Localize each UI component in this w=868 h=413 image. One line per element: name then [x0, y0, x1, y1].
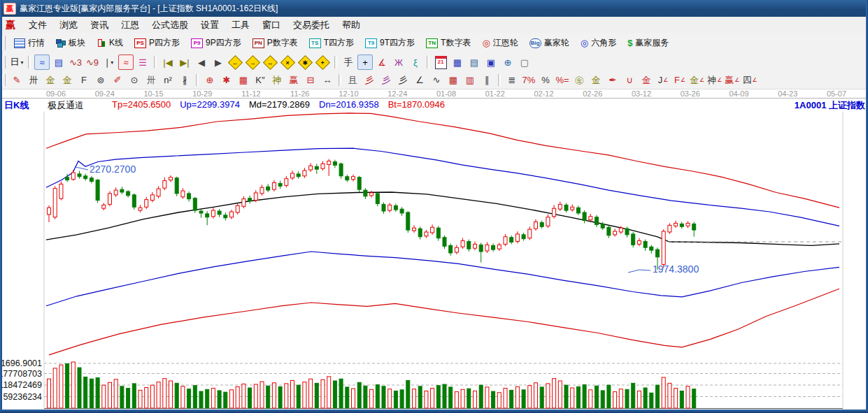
menu-item-9[interactable]: 帮助	[336, 18, 367, 31]
gann-k-marker[interactable]: K″	[252, 73, 268, 88]
tool-step-back[interactable]: ◀	[194, 55, 209, 70]
gann-f-angle[interactable]: F∠	[672, 73, 688, 88]
gann-box-tool[interactable]: 且	[345, 73, 360, 88]
menu-item-0[interactable]: 文件	[22, 18, 53, 31]
gann-grid-tool[interactable]: ▦	[236, 73, 251, 88]
tool-crosshair-tool[interactable]: +	[357, 55, 373, 70]
gann-win-angle[interactable]: 赢∠	[724, 73, 740, 88]
menu-item-8[interactable]: 交易委托	[287, 18, 336, 31]
toolbar-button-9t-square[interactable]: T99T四方形	[360, 34, 420, 52]
menu-item-6[interactable]: 工具	[225, 18, 256, 31]
tool-calculator[interactable]: ▦	[450, 55, 465, 70]
menu-item-1[interactable]: 浏览	[53, 18, 84, 31]
tool-workstation[interactable]: ▢	[517, 55, 532, 70]
gann-bar-count[interactable]: 卅	[143, 73, 159, 88]
gann-span-tool[interactable]: ↔	[320, 73, 335, 88]
title-bar[interactable]: 赢 赢家江恩专业版[赢家内部服务平台] - [上证指数 SH1A0001-162…	[0, 0, 868, 17]
gann-gann-fan[interactable]: 彡	[362, 73, 377, 88]
toolbar-button-quotes[interactable]: 行情	[8, 34, 50, 52]
gann-ruler-123[interactable]: ⊟	[303, 73, 318, 88]
gann-fan-box[interactable]: 彡	[378, 73, 394, 88]
gann-flag-pen[interactable]: ✒	[605, 73, 620, 88]
tool-info-doc[interactable]: ▤	[51, 55, 66, 70]
volume-bar	[388, 389, 392, 408]
toolbar-button-9p-square[interactable]: P99P四方形	[185, 34, 247, 52]
gann-mirror-tool[interactable]: ∦	[177, 73, 192, 88]
gann-volume-profile[interactable]: ≣	[504, 73, 520, 88]
gann-golden-section-v[interactable]: 金	[59, 73, 75, 88]
gann-parallel-lines[interactable]: ∥	[479, 73, 495, 88]
toolbar-button-p-number-table[interactable]: PNP数字表	[247, 34, 304, 52]
menu-item-3[interactable]: 江恩	[115, 18, 145, 31]
indicator-value-2: Md=2179.2869	[249, 99, 310, 110]
tool-channel-tool[interactable]: ≈	[118, 55, 134, 70]
tool-angle-tool[interactable]: ∡	[374, 55, 390, 70]
gann-percent-eq[interactable]: %=	[555, 73, 570, 88]
tool-freehand-tool[interactable]: ξ	[408, 55, 423, 70]
gann-percent-pen[interactable]: ✐	[110, 73, 125, 88]
gann-fan-box-dark[interactable]: 彡	[395, 73, 411, 88]
toolbar-button-p-square[interactable]: PSP四方形	[129, 34, 185, 52]
gann-cup-tool[interactable]: ∪	[622, 73, 637, 88]
gann-fib-lines[interactable]: F	[76, 73, 92, 88]
gann-golden-section-h[interactable]: 金	[43, 73, 58, 88]
tool-gann-shape-tool[interactable]: Ж	[391, 55, 406, 70]
tool-zoom-all[interactable]: ✱	[297, 55, 313, 70]
tool-curve-tool[interactable]: ≈	[34, 55, 50, 70]
gann-square-n2[interactable]: n²	[160, 73, 176, 88]
gann-gold-circle[interactable]: ㊎	[571, 73, 587, 88]
gann-shen-angle[interactable]: 神∠	[706, 73, 723, 88]
tool-go-first[interactable]: |◀	[160, 55, 176, 70]
gann-shen-lines[interactable]: 神	[269, 73, 285, 88]
gann-angle-line[interactable]: ∠	[412, 73, 427, 88]
gann-spiral[interactable]: ⊚	[93, 73, 108, 88]
toolbar-button-winner-service[interactable]: $赢家服务	[622, 34, 674, 52]
gann-percent-line[interactable]: 7%	[521, 73, 536, 88]
gann-grid-red-2[interactable]: ▥	[462, 73, 478, 88]
gann-four-angle[interactable]: 四∠	[742, 73, 758, 88]
gann-draw-pen[interactable]: ✎	[9, 73, 24, 88]
gann-percent[interactable]: %	[538, 73, 553, 88]
toolbar-button-t-number-table[interactable]: TNT数字表	[420, 34, 476, 52]
menu-item-5[interactable]: 设置	[194, 18, 225, 31]
toolbar-button-sectors[interactable]: 板块	[50, 34, 91, 52]
chart-canvas[interactable]: 1696.9001177708703118472469592362342270.…	[0, 110, 868, 413]
gann-grid-red[interactable]: ▦	[446, 73, 461, 88]
tool-shift-left[interactable]: ←	[227, 55, 243, 70]
gann-j-angle[interactable]: J∠	[655, 73, 671, 88]
gann-gold-level[interactable]: 金	[588, 73, 604, 88]
gann-target-cross[interactable]: ⊕	[202, 73, 218, 88]
tool-h-expand[interactable]: ↔	[262, 55, 278, 70]
menu-item-7[interactable]: 窗口	[256, 18, 287, 31]
toolbar-button-hexagon[interactable]: ◎六角形	[575, 34, 622, 52]
info-doc-icon: ▤	[55, 57, 63, 68]
toolbar-button-winner-wheel[interactable]: Big赢家轮	[524, 34, 575, 52]
tool-notes[interactable]: ▤	[467, 55, 482, 70]
tool-pan-tool[interactable]: 手	[341, 55, 356, 70]
gann-win-lines[interactable]: 赢	[286, 73, 301, 88]
tool-zoom-4way[interactable]: +	[315, 55, 331, 70]
gann-star-tool[interactable]: ✱	[219, 73, 234, 88]
tool-save[interactable]: ▣	[483, 55, 499, 70]
tool-wave-3[interactable]: ∿3	[68, 55, 83, 70]
gann-zigzag[interactable]: ∿	[429, 73, 444, 88]
toolbar-button-t-square[interactable]: TST四方形	[304, 34, 360, 52]
menu-item-4[interactable]: 公式选股	[145, 18, 194, 31]
gann-time-circle[interactable]: ⊙	[127, 73, 142, 88]
tool-shift-right[interactable]: →	[245, 55, 261, 70]
tool-period-selector[interactable]: 日▾	[9, 55, 24, 70]
toolbar-button-kline[interactable]: K线	[91, 34, 129, 52]
gann-gann-lines[interactable]: 卅	[26, 73, 41, 88]
gann-gold-red[interactable]: 金	[639, 73, 654, 88]
tool-candle-style[interactable]: ∣▾	[101, 55, 117, 70]
menu-item-2[interactable]: 资讯	[84, 18, 115, 31]
tool-histogram-tool[interactable]: ☰	[135, 55, 150, 70]
toolbar-button-gann-wheel[interactable]: ◎江恩轮	[476, 34, 523, 52]
tool-h-compress[interactable]: ×	[280, 55, 296, 70]
tool-sync-data[interactable]: ⊕	[500, 55, 515, 70]
gann-gold-angle[interactable]: 金∠	[689, 73, 705, 88]
tool-calendar[interactable]: 21	[433, 55, 448, 70]
tool-step-forward[interactable]: ▶	[211, 55, 226, 70]
tool-wave-9[interactable]: ∿9	[85, 55, 100, 70]
tool-go-last[interactable]: ▶|	[177, 55, 192, 70]
